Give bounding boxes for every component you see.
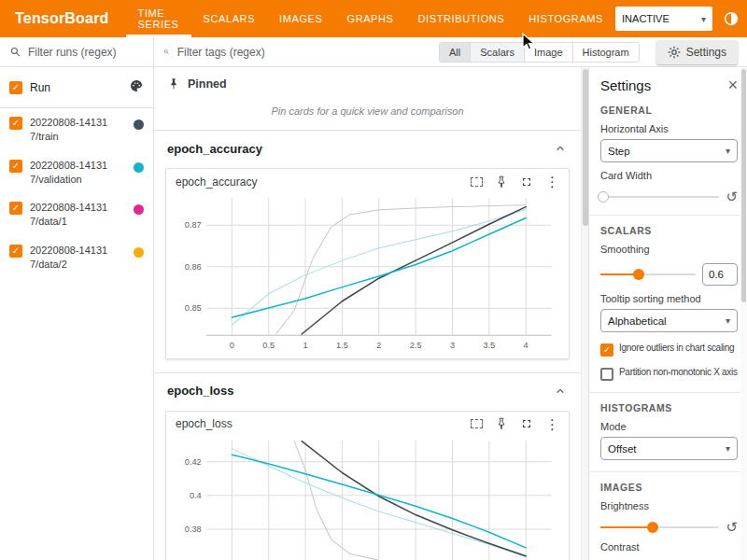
chevron-down-icon: ▾	[701, 14, 706, 24]
close-icon[interactable]: ×	[727, 77, 738, 93]
run-checkbox[interactable]: ✓	[9, 117, 22, 130]
theme-toggle-icon[interactable]	[721, 8, 741, 29]
svg-text:2: 2	[376, 341, 381, 350]
reload-status-dropdown[interactable]: INACTIVE ▾	[615, 7, 712, 31]
run-checkbox[interactable]: ✓	[9, 245, 22, 258]
run-checkbox[interactable]: ✓	[9, 160, 22, 173]
selection-box-icon[interactable]	[471, 177, 483, 187]
settings-scrollbar[interactable]	[740, 67, 747, 560]
tab-time-series[interactable]: TIME SERIES	[126, 0, 191, 37]
svg-text:3.5: 3.5	[483, 341, 495, 350]
partition-x-axis-checkbox[interactable]	[600, 368, 613, 381]
histogram-mode-select[interactable]: Offset ▾	[600, 437, 738, 460]
run-list: ✓ 20220808-141317/train ✓ 20220808-14131…	[0, 108, 153, 279]
smoothing-label: Smoothing	[600, 244, 738, 255]
pin-icon[interactable]	[495, 417, 508, 430]
ignore-outliers-row[interactable]: ✓ Ignore outliers in chart scaling	[600, 343, 738, 357]
smoothing-slider[interactable]	[600, 268, 696, 281]
reset-icon[interactable]: ↺	[726, 520, 738, 534]
tab-distributions[interactable]: DISTRIBUTIONS	[406, 0, 517, 37]
contrast-label: Contrast	[600, 541, 738, 553]
brightness-label: Brightness	[600, 500, 738, 511]
brightness-slider[interactable]	[600, 521, 719, 534]
settings-panel: Settings × GENERAL Horizontal Axis Step …	[588, 67, 747, 560]
fullscreen-icon[interactable]	[520, 175, 533, 189]
section-header[interactable]: epoch_accuracy	[154, 131, 581, 166]
smoothing-value-input[interactable]: 0.6	[702, 263, 738, 286]
tooltip-sorting-select[interactable]: Alphabetical ▾	[600, 309, 738, 332]
chevron-down-icon: ▾	[726, 146, 730, 156]
general-heading: GENERAL	[600, 105, 738, 116]
run-row-train[interactable]: ✓ 20220808-141317/train	[0, 108, 153, 151]
tab-scalars[interactable]: SCALARS	[191, 0, 268, 37]
tag-filter-input[interactable]	[177, 46, 431, 59]
histograms-heading: HISTOGRAMS	[600, 402, 738, 413]
run-row-data-1[interactable]: ✓ 20220808-141317/data/1	[0, 193, 153, 236]
chip-scalars[interactable]: Scalars	[470, 42, 525, 63]
plugin-filter-chips: All Scalars Image Histogram	[439, 42, 640, 63]
chip-image[interactable]: Image	[524, 42, 573, 63]
svg-text:0.85: 0.85	[185, 303, 202, 313]
selection-box-icon[interactable]	[471, 419, 483, 428]
scrollbar-thumb[interactable]	[741, 69, 746, 302]
reset-icon[interactable]: ↺	[726, 189, 738, 203]
run-color-dot	[134, 162, 144, 173]
runs-select-all-checkbox[interactable]: ✓	[9, 81, 22, 94]
svg-text:0.86: 0.86	[185, 262, 202, 272]
run-row-data-2[interactable]: ✓ 20220808-141317/data/2	[0, 236, 153, 279]
fullscreen-icon[interactable]	[520, 417, 533, 430]
card-header: epoch_accuracy ⋮	[172, 171, 563, 190]
svg-text:2.5: 2.5	[410, 341, 422, 350]
section-title: epoch_accuracy	[167, 142, 262, 156]
svg-text:3: 3	[450, 341, 455, 350]
run-name: 20220808-141317/train	[30, 116, 108, 144]
card-width-slider[interactable]	[600, 190, 719, 203]
run-filter-input[interactable]	[28, 46, 144, 59]
card-title: epoch_loss	[176, 417, 233, 430]
tooltip-sorting-label: Tooltip sorting method	[600, 293, 738, 304]
epoch-loss-chart[interactable]: 00.511.522.533.540.360.380.40.42	[172, 433, 563, 560]
card-width-label: Card Width	[600, 170, 738, 181]
chip-histogram[interactable]: Histogram	[572, 42, 640, 63]
run-color-dot	[134, 119, 144, 130]
settings-button[interactable]: Settings	[656, 40, 738, 64]
run-color-dot	[134, 247, 144, 258]
tab-histograms[interactable]: HISTOGRAMS	[516, 0, 615, 37]
ignore-outliers-checkbox[interactable]: ✓	[600, 343, 613, 357]
pin-icon[interactable]	[495, 175, 508, 189]
partition-x-axis-row[interactable]: Partition non-monotonic X axis i	[600, 367, 738, 381]
slider-thumb[interactable]	[633, 269, 644, 280]
run-checkbox[interactable]: ✓	[9, 202, 22, 215]
runs-header-row[interactable]: ✓ Run	[0, 67, 153, 108]
main-nav: TIME SERIES SCALARS IMAGES GRAPHS DISTRI…	[126, 0, 615, 37]
more-vert-icon[interactable]: ⋮	[545, 175, 559, 189]
chevron-down-icon: ▾	[726, 443, 730, 454]
svg-text:4: 4	[524, 341, 529, 350]
tab-graphs[interactable]: GRAPHS	[334, 0, 405, 37]
chevron-up-icon[interactable]	[553, 141, 568, 156]
half-circle-icon	[723, 10, 740, 27]
card-scroll-area: Pinned Pin cards for a quick view and co…	[154, 67, 581, 560]
chevron-up-icon[interactable]	[553, 384, 568, 399]
palette-icon[interactable]	[129, 78, 144, 96]
header-actions: INACTIVE ▾	[615, 7, 747, 31]
card-title: epoch_accuracy	[176, 175, 257, 189]
slider-thumb[interactable]	[598, 191, 609, 203]
scalar-card-epoch-loss: epoch_loss ⋮	[165, 411, 570, 560]
tag-toolbar: All Scalars Image Histogram Settings	[154, 37, 747, 67]
run-row-validation[interactable]: ✓ 20220808-141317/validation	[0, 151, 153, 194]
svg-text:0: 0	[230, 341, 234, 350]
epoch-accuracy-chart[interactable]: 00.511.522.533.540.850.860.87	[172, 190, 563, 355]
card-grid: epoch_loss ⋮	[154, 409, 581, 560]
slider-thumb[interactable]	[647, 522, 658, 533]
chip-all[interactable]: All	[439, 42, 471, 63]
more-vert-icon[interactable]: ⋮	[545, 417, 559, 431]
run-name: 20220808-141317/data/2	[30, 244, 108, 272]
section-header[interactable]: epoch_loss	[154, 373, 581, 409]
pinned-section-header: Pinned	[154, 67, 581, 98]
scalar-card-epoch-accuracy: epoch_accuracy ⋮	[165, 168, 570, 359]
main-scrollbar[interactable]	[581, 67, 588, 560]
section-title: epoch_loss	[167, 384, 234, 398]
horizontal-axis-select[interactable]: Step ▾	[600, 139, 738, 162]
tab-images[interactable]: IMAGES	[267, 0, 334, 37]
